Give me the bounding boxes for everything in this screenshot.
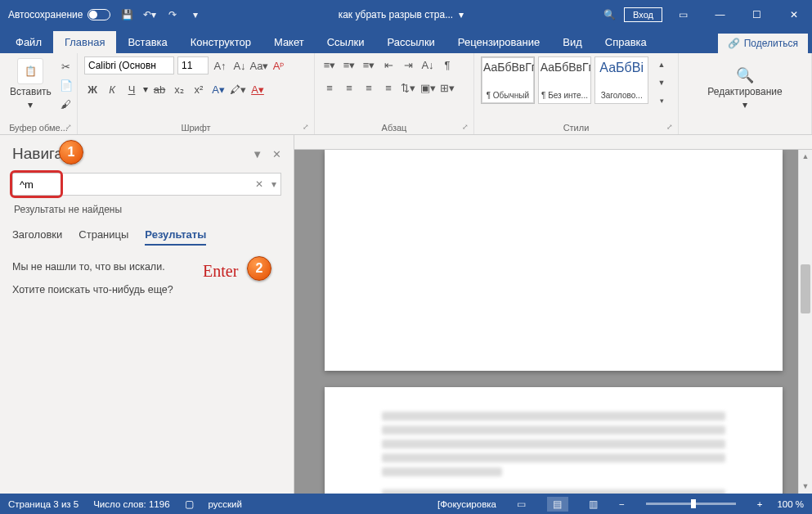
tab-view[interactable]: Вид: [551, 31, 594, 53]
numbering-icon[interactable]: ≡▾: [341, 56, 357, 73]
save-icon[interactable]: 💾: [120, 8, 133, 21]
language-indicator[interactable]: русский: [209, 499, 242, 509]
styles-group: АаБбВвГг, ¶ Обычный АаБбВвГг, ¶ Без инте…: [474, 53, 679, 134]
align-center-icon[interactable]: ≡: [341, 79, 357, 96]
bold-button[interactable]: Ж: [84, 81, 101, 97]
dialog-launcher-icon[interactable]: ⤢: [666, 123, 676, 133]
print-layout-icon[interactable]: ▤: [547, 497, 568, 512]
italic-button[interactable]: К: [104, 81, 120, 97]
pilcrow-icon[interactable]: ¶: [439, 56, 455, 73]
align-left-icon[interactable]: ≡: [321, 79, 338, 96]
dialog-launcher-icon[interactable]: ⤢: [65, 123, 75, 133]
ribbon: 📋 Вставить▾ ✂ 📄 🖌 Буфер обме... ⤢ A↑ A↓ …: [0, 53, 812, 135]
window-controls: 🔍 Вход ▭ — ☐ ✕: [591, 0, 812, 29]
search-dropdown-icon[interactable]: ▾: [271, 178, 276, 190]
nav-tab-headings[interactable]: Заголовки: [12, 225, 62, 246]
zoom-out-button[interactable]: −: [619, 499, 625, 509]
underline-button[interactable]: Ч: [123, 81, 140, 97]
clear-format-icon[interactable]: Aᵖ: [271, 57, 287, 74]
editing-button[interactable]: 🔍 Редактирование▾: [704, 65, 785, 112]
clear-search-icon[interactable]: ✕: [255, 178, 263, 190]
ribbon-tabs: Файл Главная Вставка Конструктор Макет С…: [0, 29, 812, 53]
nav-dropdown-icon[interactable]: ▼: [252, 148, 262, 160]
change-case-icon[interactable]: Aa▾: [251, 57, 267, 74]
login-button[interactable]: Вход: [628, 0, 665, 29]
borders-icon[interactable]: ⊞▾: [439, 79, 455, 96]
scroll-up-icon[interactable]: ▲: [799, 150, 812, 164]
web-layout-icon[interactable]: ▥: [583, 497, 604, 512]
tab-insert[interactable]: Вставка: [116, 31, 178, 53]
tab-review[interactable]: Рецензирование: [446, 31, 551, 53]
indent-dec-icon[interactable]: ⇤: [380, 56, 397, 73]
ribbon-display-icon[interactable]: ▭: [665, 0, 702, 29]
redo-icon[interactable]: ↷: [166, 8, 179, 21]
zoom-slider[interactable]: [646, 503, 736, 505]
share-button[interactable]: 🔗 Поделиться: [718, 34, 808, 53]
multilevel-icon[interactable]: ≡▾: [361, 56, 377, 73]
tab-references[interactable]: Ссылки: [316, 31, 376, 53]
qat-dropdown-icon[interactable]: ▾: [189, 8, 202, 21]
close-button[interactable]: ✕: [775, 0, 812, 29]
highlight-icon[interactable]: 🖍▾: [230, 81, 246, 97]
undo-icon[interactable]: ↶▾: [143, 8, 156, 21]
font-size-select[interactable]: [177, 56, 209, 74]
indent-inc-icon[interactable]: ⇥: [400, 56, 416, 73]
text-effects-icon[interactable]: A▾: [210, 81, 227, 97]
scroll-thumb[interactable]: [801, 264, 810, 313]
font-color-icon[interactable]: A▾: [249, 81, 266, 97]
focus-mode[interactable]: [Фокусировка: [437, 499, 496, 509]
scroll-down-icon[interactable]: ▼: [799, 480, 812, 494]
align-right-icon[interactable]: ≡: [361, 79, 377, 96]
style-heading1[interactable]: АаБбВі Заголово...: [594, 56, 648, 104]
line-spacing-icon[interactable]: ⇅▾: [400, 79, 416, 96]
read-mode-icon[interactable]: ▭: [511, 497, 532, 512]
copy-icon[interactable]: 📄: [58, 77, 74, 93]
nav-close-icon[interactable]: ✕: [272, 148, 281, 160]
toggle-icon[interactable]: [87, 9, 110, 20]
justify-icon[interactable]: ≡: [380, 79, 397, 96]
style-normal[interactable]: АаБбВвГг, ¶ Обычный: [481, 56, 535, 104]
style-no-spacing[interactable]: АаБбВвГг, ¶ Без инте...: [538, 56, 592, 104]
font-name-select[interactable]: [84, 56, 174, 74]
styles-more-icon[interactable]: ▾: [653, 92, 670, 109]
word-count[interactable]: Число слов: 1196: [93, 499, 169, 509]
nav-tab-results[interactable]: Результаты: [145, 225, 206, 246]
dialog-launcher-icon[interactable]: ⤢: [462, 123, 472, 133]
minimize-button[interactable]: —: [702, 0, 738, 29]
dialog-launcher-icon[interactable]: ⤢: [303, 123, 312, 133]
shrink-font-icon[interactable]: A↓: [231, 57, 248, 74]
proofing-icon[interactable]: ▢: [185, 498, 194, 510]
maximize-button[interactable]: ☐: [738, 0, 775, 29]
grow-font-icon[interactable]: A↑: [212, 57, 228, 74]
autosave-toggle[interactable]: Автосохранение: [8, 9, 110, 20]
tab-mailings[interactable]: Рассылки: [375, 31, 446, 53]
sort-icon[interactable]: A↓: [419, 56, 436, 73]
styles-up-icon[interactable]: ▲: [653, 56, 670, 73]
subscript-button[interactable]: x₂: [171, 81, 187, 97]
nav-tab-pages[interactable]: Страницы: [79, 225, 128, 246]
zoom-in-button[interactable]: +: [757, 499, 763, 509]
zoom-level[interactable]: 100 %: [777, 499, 804, 509]
strike-button[interactable]: ab: [151, 81, 168, 97]
bullets-icon[interactable]: ≡▾: [321, 56, 338, 73]
tab-home[interactable]: Главная: [53, 31, 116, 53]
page[interactable]: [325, 150, 783, 371]
vertical-scrollbar[interactable]: ▲ ▼: [798, 150, 812, 494]
paste-button[interactable]: 📋 Вставить▾: [7, 56, 55, 112]
ruler[interactable]: [294, 135, 812, 150]
format-painter-icon[interactable]: 🖌: [58, 96, 74, 112]
statusbar: Страница 3 из 5 Число слов: 1196 ▢ русск…: [0, 494, 812, 514]
document-scroll[interactable]: • Вариант 4: Разрывы до и после таблицы¶: [294, 150, 812, 494]
search-input[interactable]: [12, 173, 281, 196]
superscript-button[interactable]: x²: [191, 81, 207, 97]
tab-design[interactable]: Конструктор: [179, 31, 262, 53]
shading-icon[interactable]: ▣▾: [419, 79, 436, 96]
page[interactable]: • Вариант 4: Разрывы до и после таблицы¶: [325, 387, 783, 494]
tab-file[interactable]: Файл: [4, 31, 53, 53]
tab-help[interactable]: Справка: [594, 31, 658, 53]
styles-down-icon[interactable]: ▼: [653, 74, 670, 91]
search-icon[interactable]: 🔍: [591, 0, 628, 29]
page-indicator[interactable]: Страница 3 из 5: [8, 499, 79, 509]
tab-layout[interactable]: Макет: [262, 31, 316, 53]
cut-icon[interactable]: ✂: [58, 58, 74, 74]
